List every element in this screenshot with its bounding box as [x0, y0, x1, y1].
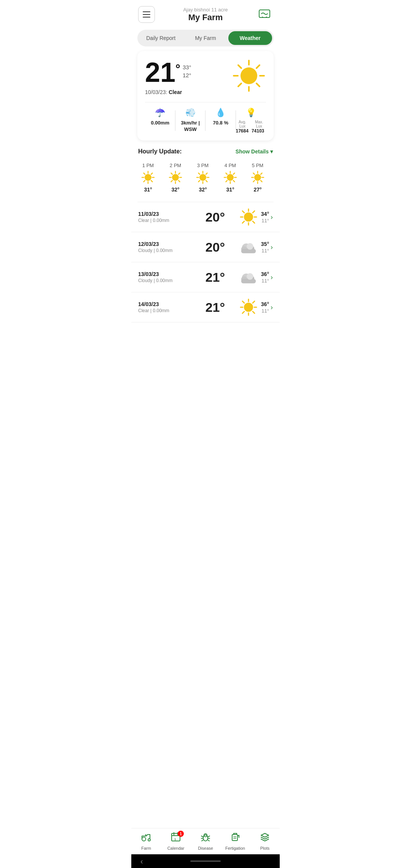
svg-line-54	[253, 180, 255, 182]
svg-line-45	[226, 180, 228, 182]
forecast-min: 11°	[261, 248, 269, 254]
forecast-date-info: 13/03/23 Cloudy | 0.00mm	[138, 271, 191, 283]
nav-label-plots: Plots	[260, 846, 269, 850]
forecast-range: 36° 11°	[261, 271, 269, 284]
tractor-icon	[141, 831, 151, 844]
forecast-row[interactable]: 13/03/23 Cloudy | 0.00mm 21° 36° 11° ›	[131, 262, 280, 292]
svg-line-18	[144, 180, 145, 182]
svg-rect-72	[241, 279, 256, 284]
forecast-date-info: 14/03/23 Clear | 0.00mm	[138, 301, 191, 313]
max-lux-value: 74103	[252, 128, 264, 134]
forecast-row[interactable]: 14/03/23 Clear | 0.00mm 21° 36° 11° ›	[131, 292, 280, 322]
call-button[interactable]	[256, 6, 273, 23]
svg-point-10	[145, 174, 151, 181]
hourly-time: 5 PM	[252, 163, 263, 168]
nav-item-farm[interactable]: Farm	[131, 831, 161, 850]
forecast-date-info: 11/03/23 Clear | 0.00mm	[138, 211, 191, 223]
humidity-icon: 💧	[215, 108, 226, 118]
forecast-row[interactable]: 12/03/23 Cloudy | 0.00mm 20° 35° 11° ›	[131, 232, 280, 262]
svg-point-84	[148, 839, 150, 841]
chevron-right-icon: ›	[271, 273, 273, 281]
hourly-temp: 32°	[171, 187, 179, 193]
tab-weather[interactable]: Weather	[228, 31, 272, 45]
forecast-list: 11/03/23 Clear | 0.00mm 20° 34° 11° › 12…	[131, 202, 280, 322]
hourly-item: 3 PM 32°	[191, 160, 215, 196]
svg-line-52	[261, 180, 262, 182]
humidity-value: 70.8 %	[213, 120, 228, 126]
forecast-row[interactable]: 11/03/23 Clear | 0.00mm 20° 34° 11° ›	[131, 202, 280, 232]
svg-line-92	[201, 836, 203, 837]
hourly-scroll[interactable]: 1 PM 31° 2 PM 32° 3 PM	[131, 160, 280, 202]
hourly-item: 1 PM 31°	[136, 160, 160, 196]
header: Ajay bishnoi 11 acre My Farm	[131, 0, 280, 27]
forecast-condition: Clear | 0.00mm	[138, 308, 191, 313]
svg-line-93	[208, 836, 210, 837]
forecast-max: 35°	[261, 241, 269, 247]
max-lux-label: Max. Lux	[252, 120, 266, 128]
forecast-date: 12/03/23	[138, 241, 191, 247]
svg-rect-98	[232, 834, 237, 841]
hourly-temp: 31°	[226, 187, 234, 193]
svg-line-80	[253, 311, 255, 313]
tab-daily-report[interactable]: Daily Report	[139, 31, 183, 45]
menu-button[interactable]	[138, 6, 155, 23]
svg-line-25	[178, 180, 180, 182]
lux-icon: 💡	[246, 108, 256, 118]
stat-humidity: 💧 70.8 %	[206, 108, 236, 134]
svg-point-1	[241, 67, 257, 84]
hourly-item: 2 PM 32°	[163, 160, 188, 196]
hourly-sun-icon	[141, 171, 155, 184]
tab-my-farm[interactable]: My Farm	[183, 31, 227, 45]
weather-top: 21 ° 33° 12° 10/03/23: Clear	[145, 59, 266, 95]
chevron-right-icon: ›	[271, 213, 273, 221]
temp-min: 12°	[183, 72, 191, 78]
back-button[interactable]: ‹	[140, 857, 143, 866]
show-details-button[interactable]: Show Details ▾	[236, 148, 273, 155]
svg-line-16	[151, 180, 153, 182]
svg-line-96	[202, 840, 203, 841]
svg-line-34	[206, 180, 207, 182]
nav-item-calendar[interactable]: 1 1 Calendar	[161, 831, 191, 850]
rain-value: 0.00mm	[151, 120, 169, 126]
svg-line-6	[238, 65, 241, 68]
nav-label-disease: Disease	[198, 846, 213, 850]
nav-item-fertigation[interactable]: Fertigation	[220, 831, 250, 850]
hourly-time: 3 PM	[197, 163, 209, 168]
stat-wind: 💨 3km/hr | WSW	[175, 108, 206, 134]
date-value: 10/03/23:	[145, 89, 167, 95]
svg-line-27	[171, 180, 173, 182]
hourly-header: Hourly Update: Show Details ▾	[131, 147, 280, 160]
forecast-date: 14/03/23	[138, 301, 191, 307]
svg-line-60	[242, 211, 244, 213]
nav-item-plots[interactable]: Plots	[250, 831, 280, 850]
svg-line-17	[151, 173, 153, 175]
temperature: 21	[145, 59, 175, 86]
svg-point-19	[172, 174, 179, 181]
hourly-temp: 32°	[199, 187, 207, 193]
hourly-item: 5 PM 27°	[245, 160, 270, 196]
hourly-time: 2 PM	[170, 163, 181, 168]
hourly-title: Hourly Update:	[138, 148, 182, 155]
svg-line-62	[253, 211, 255, 213]
nav-item-disease[interactable]: Disease	[191, 831, 220, 850]
forecast-range: 34° 11°	[261, 211, 269, 223]
svg-line-8	[256, 65, 260, 68]
forecast-icon	[239, 207, 258, 227]
chevron-down-icon: ▾	[270, 148, 273, 155]
svg-line-24	[171, 173, 173, 175]
svg-point-83	[142, 837, 146, 841]
stat-lux: 💡 Avg. Lux Max. Lux 17684 74103	[236, 108, 266, 134]
home-pill[interactable]	[190, 860, 221, 862]
forecast-max: 36°	[261, 301, 269, 307]
temp-main: 21 ° 33° 12°	[145, 59, 191, 86]
forecast-temp: 21°	[191, 300, 239, 315]
forecast-temp: 20°	[191, 240, 239, 255]
nav-label-farm: Farm	[141, 846, 151, 850]
svg-line-44	[233, 173, 235, 175]
svg-line-35	[206, 173, 207, 175]
forecast-cloud-icon	[239, 239, 258, 255]
svg-point-68	[247, 243, 253, 249]
forecast-max: 36°	[261, 271, 269, 277]
svg-line-9	[238, 83, 241, 86]
hourly-sun-icon	[251, 171, 264, 184]
